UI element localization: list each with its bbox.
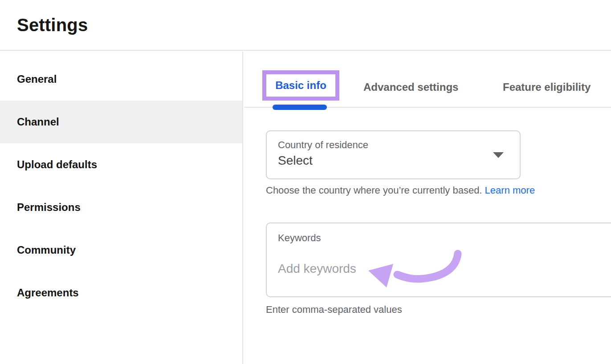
caret-down-icon <box>493 152 504 158</box>
sidebar-item-community[interactable]: Community <box>0 229 242 271</box>
keywords-label: Keywords <box>278 232 321 244</box>
keywords-placeholder: Add keywords <box>278 262 356 276</box>
tab-basic-info[interactable]: Basic info <box>275 79 326 92</box>
dialog-header: Settings <box>0 0 611 51</box>
annotation-highlight-box: Basic info <box>262 70 339 101</box>
learn-more-link[interactable]: Learn more <box>485 185 535 196</box>
sidebar-item-general[interactable]: General <box>0 58 242 101</box>
tab-bar: Basic info Advanced settings Feature eli… <box>244 52 611 108</box>
keywords-input[interactable]: Keywords Add keywords <box>266 222 611 297</box>
sidebar-item-channel[interactable]: Channel <box>0 101 242 143</box>
country-of-residence-select[interactable]: Country of residence Select <box>266 130 521 179</box>
country-select-label: Country of residence <box>278 139 368 151</box>
sidebar-item-agreements[interactable]: Agreements <box>0 271 242 314</box>
tab-advanced-settings[interactable]: Advanced settings <box>363 81 458 93</box>
country-helper-sentence: Choose the country where you’re currentl… <box>266 185 482 196</box>
active-tab-indicator <box>273 105 327 110</box>
sidebar-item-upload-defaults[interactable]: Upload defaults <box>0 143 242 186</box>
keywords-helper-text: Enter comma-separated values <box>266 304 402 315</box>
settings-dialog: Settings General Channel Upload defaults… <box>0 0 611 364</box>
page-title: Settings <box>17 0 88 50</box>
settings-sidebar: General Channel Upload defaults Permissi… <box>0 52 243 364</box>
tab-feature-eligibility[interactable]: Feature eligibility <box>503 81 591 93</box>
country-select-value: Select <box>278 154 313 168</box>
country-helper-text: Choose the country where you’re currentl… <box>266 185 535 196</box>
channel-settings-panel: Basic info Advanced settings Feature eli… <box>244 52 611 364</box>
sidebar-item-permissions[interactable]: Permissions <box>0 186 242 229</box>
